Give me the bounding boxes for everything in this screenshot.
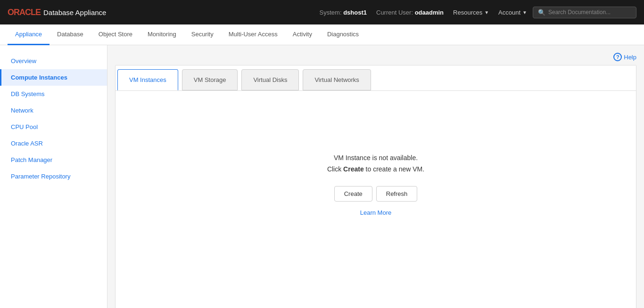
learn-more-link[interactable]: Learn More (360, 209, 391, 216)
search-box[interactable]: 🔍 (533, 7, 636, 18)
tab-vm-storage[interactable]: VM Storage (182, 69, 238, 90)
sidebar-item-patch-manager[interactable]: Patch Manager (0, 152, 107, 168)
header-info: System: dshost1 Current User: odaadmin R… (320, 9, 527, 16)
main-layout: OverviewCompute InstancesDB SystemsNetwo… (0, 45, 644, 308)
tab-virtual-disks[interactable]: Virtual Disks (241, 69, 299, 90)
nav-item-monitoring[interactable]: Monitoring (140, 24, 184, 45)
help-label: Help (624, 54, 636, 61)
brand-subtitle: Database Appliance (43, 8, 106, 16)
content-area: ? Help VM InstancesVM StorageVirtual Dis… (107, 45, 644, 308)
nav-item-object-store[interactable]: Object Store (91, 24, 140, 45)
system-label: System: (320, 9, 342, 16)
nav-item-database[interactable]: Database (50, 24, 91, 45)
user-label: Current User: (376, 9, 413, 16)
sidebar-item-cpu-pool[interactable]: CPU Pool (0, 119, 107, 135)
empty-line2-bold: Create (343, 165, 364, 173)
nav-item-activity[interactable]: Activity (285, 24, 320, 45)
action-buttons: Create Refresh (334, 186, 418, 202)
sidebar-item-oracle-asr[interactable]: Oracle ASR (0, 135, 107, 152)
sidebar-item-compute-instances[interactable]: Compute Instances (0, 69, 107, 86)
search-input[interactable] (548, 9, 631, 16)
sidebar-item-db-systems[interactable]: DB Systems (0, 86, 107, 102)
account-dropdown-icon: ▼ (522, 10, 527, 15)
tabs-bar: VM InstancesVM StorageVirtual DisksVirtu… (116, 65, 636, 91)
resources-dropdown-icon: ▼ (484, 10, 489, 15)
account-button[interactable]: Account ▼ (498, 9, 527, 16)
nav-item-security[interactable]: Security (184, 24, 221, 45)
sidebar-item-network[interactable]: Network (0, 102, 107, 119)
nav-item-appliance[interactable]: Appliance (8, 24, 50, 45)
user-info: Current User: odaadmin (376, 9, 444, 16)
system-info: System: dshost1 (320, 9, 367, 16)
help-button[interactable]: ? Help (613, 53, 636, 61)
oracle-wordmark: ORACLE (8, 8, 41, 17)
tab-vm-instances[interactable]: VM Instances (117, 69, 178, 90)
create-button[interactable]: Create (334, 186, 372, 202)
resources-label: Resources (453, 9, 482, 16)
tab-content: VM Instance is not available. Click Crea… (116, 91, 636, 279)
sidebar-item-overview[interactable]: Overview (0, 53, 107, 69)
top-nav: ApplianceDatabaseObject StoreMonitoringS… (0, 24, 644, 45)
brand-logo: ORACLE Database Appliance (8, 8, 106, 17)
refresh-button[interactable]: Refresh (376, 186, 418, 202)
help-icon: ? (613, 53, 622, 61)
user-value: odaadmin (415, 9, 444, 16)
content-panel: VM InstancesVM StorageVirtual DisksVirtu… (115, 65, 636, 308)
tab-virtual-networks[interactable]: Virtual Networks (303, 69, 371, 90)
search-icon: 🔍 (538, 9, 545, 16)
empty-line2-post: to create a new VM. (364, 165, 424, 173)
system-value: dshost1 (343, 9, 367, 16)
empty-line2-pre: Click (327, 165, 343, 173)
nav-item-multi-user-access[interactable]: Multi-User Access (221, 24, 285, 45)
empty-line2: Click Create to create a new VM. (327, 165, 424, 173)
sidebar: OverviewCompute InstancesDB SystemsNetwo… (0, 45, 107, 308)
account-label: Account (498, 9, 520, 16)
sidebar-item-parameter-repository[interactable]: Parameter Repository (0, 168, 107, 185)
header: ORACLE Database Appliance System: dshost… (0, 0, 644, 24)
empty-line1: VM Instance is not available. (327, 154, 424, 162)
empty-message: VM Instance is not available. Click Crea… (327, 154, 424, 177)
resources-button[interactable]: Resources ▼ (453, 9, 489, 16)
nav-item-diagnostics[interactable]: Diagnostics (320, 24, 366, 45)
